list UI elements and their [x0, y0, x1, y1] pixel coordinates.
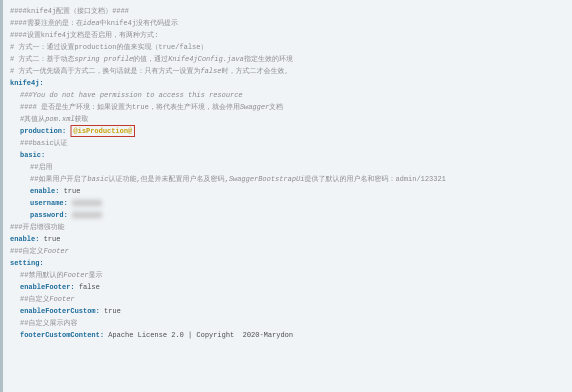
line-1: ####knife4j配置（接口文档）#### [10, 5, 572, 17]
comment-text2: 显示 [88, 269, 102, 281]
comment-text: # 方式一优先级高于方式二，换句话就是：只有方式一设置为 [10, 65, 200, 77]
comment-text: ##启用 [30, 161, 52, 173]
value-enable2: true [44, 233, 60, 245]
value-footercustomcontent: Apache License 2.0 | Copyright 2020-Mary… [108, 329, 293, 341]
comment-italic-footer3: Footer [50, 293, 74, 305]
line-4: # 方式一：通过设置production的值来实现（true/false） [10, 41, 572, 53]
comment-text: # 方式二：基于动态 [10, 53, 74, 65]
left-bar [0, 0, 3, 392]
line-17: username: [10, 197, 572, 209]
line-25: ##自定义Footer [10, 293, 572, 305]
comment-italic-text: ###You do not have permission to access … [20, 89, 242, 101]
key-enablefooter: enableFooter: [20, 281, 79, 293]
comment-text: ####knife4j配置（接口文档）#### [10, 5, 129, 17]
comment-text: ####需要注意的是：在 [10, 17, 83, 29]
value-enablefootercustom: true [104, 305, 121, 317]
line-28: footerCustomContent: Apache License 2.0 … [10, 329, 572, 341]
value-username-blurred [72, 200, 102, 206]
comment-text: #其值从 [20, 113, 45, 125]
line-26: enableFooterCustom: true [10, 305, 572, 317]
value-isproduction: @isProduction@ [70, 125, 136, 137]
line-5: # 方式二：基于动态spring profile的值，通过Knife4jConf… [10, 53, 572, 65]
line-2: ####需要注意的是：在idea中knife4j没有代码提示 [10, 17, 572, 29]
comment-text: ###自定义 [10, 245, 44, 257]
comment-italic-pom: pom.xml [45, 113, 74, 125]
comment-text3: 指定生效的环境 [244, 53, 293, 65]
key-setting: setting: [10, 257, 44, 269]
line-14: ##启用 [10, 161, 572, 173]
line-16: enable: true [10, 185, 572, 197]
comment-text: ####设置knife4j文档是否启用，有两种方式: [10, 29, 158, 41]
comment-text: ##禁用默认的 [20, 269, 64, 281]
line-8: ###You do not have permission to access … [10, 89, 572, 101]
line-22: setting: [10, 257, 572, 269]
key-enable2: enable: [10, 233, 44, 245]
comment-italic-text2: Knife4jConfig.java [168, 53, 244, 65]
line-7: knife4j: [10, 77, 572, 89]
key-password: password: [30, 209, 72, 221]
comment-text: #### 是否是生产环境：如果设置为true，将代表生产环境，就会停用 [20, 101, 240, 113]
comment-text2: 文档 [269, 101, 283, 113]
line-3: ####设置knife4j文档是否启用，有两种方式: [10, 29, 572, 41]
comment-italic-text: idea [83, 17, 100, 29]
comment-text: ##自定义展示内容 [20, 317, 78, 329]
value-enablefooter: false [79, 281, 100, 293]
comment-italic: false [200, 65, 222, 77]
key-knife4j: knife4j: [10, 77, 44, 89]
line-9: #### 是否是生产环境：如果设置为true，将代表生产环境，就会停用Swagg… [10, 101, 572, 113]
key-basic: basic: [20, 149, 45, 161]
value-enable: true [64, 185, 80, 197]
line-11: production: @isProduction@ [10, 125, 572, 137]
line-21: ###自定义Footer [10, 245, 572, 257]
line-6: # 方式一优先级高于方式二，换句话就是：只有方式一设置为false时，方式二才会… [10, 65, 572, 77]
comment-text: ###开启增强功能 [10, 221, 64, 233]
line-18: password: [10, 209, 572, 221]
comment-italic-footer2: Footer [64, 269, 88, 281]
comment-text: ##如果用户开启了 [30, 173, 88, 185]
line-15: ##如果用户开启了basic认证功能,但是并未配置用户名及密码,SwaggerB… [10, 173, 572, 185]
comment-text: ###basic认证 [20, 137, 68, 149]
comment-italic-swagger2: SwaggerBootstrapUi [229, 173, 304, 185]
comment-italic-text: spring profile [74, 53, 134, 65]
line-27: ##自定义展示内容 [10, 317, 572, 329]
line-23: ##禁用默认的Footer显示 [10, 269, 572, 281]
line-13: basic: [10, 149, 572, 161]
comment-text2: 的值，通过 [133, 53, 168, 65]
line-24: enableFooter: false [10, 281, 572, 293]
key-production: production: [20, 125, 70, 137]
line-19: ###开启增强功能 [10, 221, 572, 233]
line-12: ###basic认证 [10, 137, 572, 149]
key-enablefootercustom: enableFooterCustom: [20, 305, 104, 317]
value-password-blurred [72, 212, 102, 218]
key-username: username: [30, 197, 72, 209]
comment-italic-swagger: Swagger [240, 101, 270, 113]
comment-text3: 提供了默认的用户名和密码：admin/123321 [304, 173, 446, 185]
comment-italic-basic: basic [88, 173, 108, 185]
comment-text2: 认证功能,但是并未配置用户名及密码, [108, 173, 229, 185]
code-editor: ####knife4j配置（接口文档）#### ####需要注意的是：在idea… [0, 0, 572, 392]
line-10: #其值从pom.xml获取 [10, 113, 572, 125]
comment-text2: 时，方式二才会生效。 [222, 65, 292, 77]
line-20: enable: true [10, 233, 572, 245]
comment-italic-footer: Footer [44, 245, 68, 257]
comment-text: ##自定义 [20, 293, 50, 305]
key-footercustomcontent: footerCustomContent: [20, 329, 108, 341]
comment-text2: 中knife4j没有代码提示 [100, 17, 178, 29]
comment-text2: 获取 [74, 113, 88, 125]
comment-text: # 方式一：通过设置production的值来实现（true/false） [10, 41, 208, 53]
key-enable: enable: [30, 185, 64, 197]
